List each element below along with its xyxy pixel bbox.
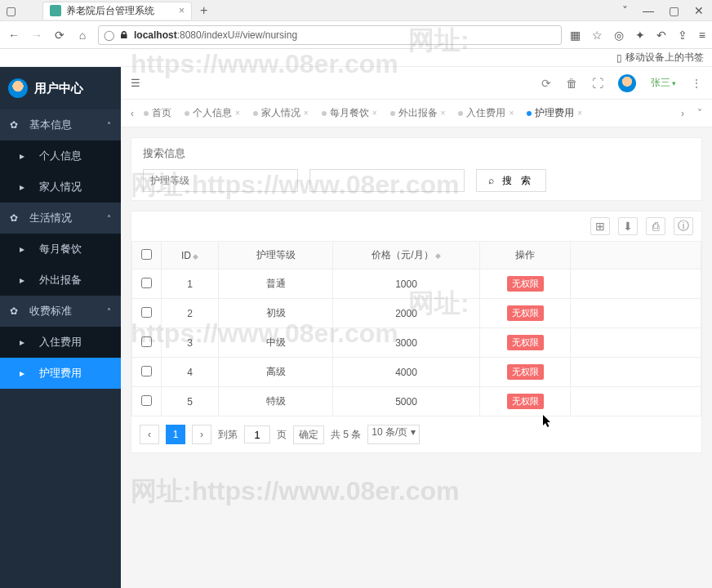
collapse-icon[interactable]: ☰ (131, 77, 140, 89)
tab-close-icon[interactable]: × (441, 109, 446, 118)
sidebar-item[interactable]: ▸个人信息 (0, 140, 121, 172)
columns-icon[interactable]: ⊞ (590, 217, 610, 235)
tab-close-icon[interactable]: × (372, 109, 377, 118)
page-number[interactable]: 1 (166, 425, 185, 444)
sidebar-item[interactable]: ▸护理费用 (0, 358, 121, 389)
export-icon[interactable]: ⬇︎ (618, 217, 638, 235)
fullscreen-icon[interactable]: ⛶ (592, 77, 603, 90)
menu-icon[interactable]: ≡ (699, 29, 705, 42)
tab-close-icon[interactable]: × (577, 109, 582, 118)
account-icon[interactable]: ◎ (614, 29, 624, 42)
new-tab-icon[interactable]: + (200, 3, 207, 18)
refresh-icon[interactable]: ⟳ (541, 77, 551, 90)
extensions-icon[interactable]: ✦ (635, 29, 645, 42)
col-level: 护理等级 (219, 242, 333, 270)
row-checkbox[interactable] (141, 336, 152, 347)
page-prev-icon[interactable]: ‹ (140, 425, 159, 444)
table-row: 2初级2000无权限 (132, 299, 701, 328)
cell-level: 高级 (219, 358, 333, 387)
browser-tab[interactable]: 养老院后台管理系统 × (42, 2, 192, 20)
tab-item[interactable]: 每月餐饮× (315, 106, 384, 120)
bookmark-star-icon[interactable]: ☆ (592, 29, 603, 42)
row-checkbox[interactable] (141, 278, 152, 288)
no-permission-tag[interactable]: 无权限 (507, 276, 544, 292)
user-avatar[interactable] (618, 74, 636, 92)
menu-group-title[interactable]: ✿基本信息˄ (0, 109, 121, 140)
col-price[interactable]: 价格（元/月） (372, 249, 433, 261)
no-permission-tag[interactable]: 无权限 (507, 305, 544, 321)
tab-item[interactable]: 外出报备× (384, 106, 452, 120)
sort-icon[interactable]: ◆ (193, 252, 198, 261)
share-icon[interactable]: ⇪ (678, 29, 688, 42)
no-permission-tag[interactable]: 无权限 (507, 335, 544, 350)
goto-button[interactable]: 确定 (293, 425, 324, 444)
info-icon[interactable]: ⓘ (674, 217, 693, 235)
row-checkbox[interactable] (141, 366, 152, 376)
sidebar-toggle-icon[interactable]: ▢ (3, 4, 18, 17)
home-icon[interactable]: ⌂ (75, 29, 90, 42)
sidebar-item-label: 个人信息 (39, 149, 82, 163)
sidebar-header: 用户中心 (0, 67, 121, 109)
tab-close-icon[interactable]: × (235, 109, 240, 118)
forward-icon[interactable]: → (29, 29, 44, 42)
undo-icon[interactable]: ↶ (656, 29, 666, 42)
sidebar-title: 用户中心 (34, 81, 83, 96)
url-bar[interactable]: ◯ 🔒︎ localhost:8080/indexU#/view/nursing (98, 25, 562, 45)
nursing-level-input[interactable] (143, 169, 298, 192)
sort-icon[interactable]: ◆ (435, 252, 441, 260)
overflow-chevron-icon[interactable]: ˅ (622, 4, 628, 17)
search-title: 搜索信息 (143, 146, 690, 161)
username[interactable]: 张三▾ (651, 76, 676, 90)
sidebar-item[interactable]: ▸家人情况 (0, 172, 121, 203)
mobile-bookmark-icon[interactable]: ▯ (616, 52, 622, 64)
tab-item[interactable]: 家人情况× (247, 106, 315, 120)
delete-icon[interactable]: 🗑︎ (566, 77, 577, 90)
bookmark-label[interactable]: 移动设备上的书签 (625, 51, 704, 65)
menu-group-title[interactable]: ✿生活情况˄ (0, 203, 121, 234)
sidebar-item[interactable]: ▸入住费用 (0, 327, 121, 358)
tab-dot-icon (390, 111, 395, 116)
tabs-dropdown-icon[interactable]: ˅ (694, 108, 705, 119)
no-permission-tag[interactable]: 无权限 (507, 394, 544, 409)
row-checkbox[interactable] (141, 307, 152, 318)
print-icon[interactable]: ⎙ (646, 217, 665, 235)
window-close-icon[interactable]: ✕ (694, 4, 704, 17)
tab-item[interactable]: 首页 (137, 106, 178, 120)
no-permission-tag[interactable]: 无权限 (507, 364, 544, 380)
cell-empty (571, 299, 701, 328)
per-page-select[interactable]: 10 条/页 ▾ (367, 425, 419, 444)
tab-dot-icon (253, 111, 258, 116)
tab-item[interactable]: 入住费用× (452, 106, 520, 120)
tabs-next-icon[interactable]: › (678, 108, 688, 119)
search-input-2[interactable] (309, 169, 465, 192)
url-host: localhost (134, 29, 177, 41)
table-row: 1普通1000无权限 (132, 270, 701, 299)
col-action: 操作 (480, 242, 571, 270)
back-icon[interactable]: ← (7, 29, 21, 42)
tab-close-icon[interactable]: × (304, 109, 309, 118)
search-button[interactable]: ⌕ 搜 索 (476, 169, 546, 192)
tab-item[interactable]: 护理费用× (520, 106, 589, 120)
tab-close-icon[interactable]: × (179, 5, 185, 16)
page-next-icon[interactable]: › (192, 425, 211, 444)
cell-id: 3 (162, 328, 219, 358)
reload-icon[interactable]: ⟳ (52, 29, 67, 42)
more-icon[interactable]: ⋮ (691, 77, 702, 90)
menu-group-title[interactable]: ✿收费标准˄ (0, 296, 121, 327)
row-checkbox[interactable] (141, 395, 152, 406)
qr-icon[interactable]: ▦ (570, 29, 581, 42)
tab-dot-icon (458, 111, 463, 116)
col-id[interactable]: ID (181, 250, 191, 261)
window-minimize-icon[interactable]: — (643, 4, 654, 17)
table-row: 5特级5000无权限 (132, 387, 701, 416)
table-row: 3中级3000无权限 (132, 328, 701, 358)
sidebar-item[interactable]: ▸每月餐饮 (0, 234, 121, 265)
pagination: ‹ 1 › 到第 页 确定 共 5 条 10 条/页 ▾ (131, 416, 701, 452)
window-maximize-icon[interactable]: ▢ (669, 4, 679, 17)
tab-close-icon[interactable]: × (509, 109, 514, 118)
page-input[interactable] (244, 425, 270, 443)
select-all-checkbox[interactable] (141, 249, 152, 260)
sidebar-item[interactable]: ▸外出报备 (0, 265, 121, 296)
tabs-prev-icon[interactable]: ‹ (127, 108, 137, 119)
tab-item[interactable]: 个人信息× (178, 106, 247, 120)
